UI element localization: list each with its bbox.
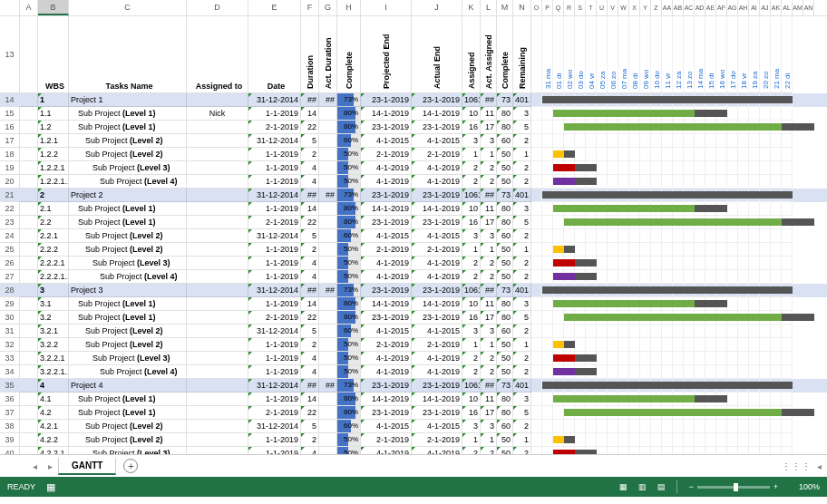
cell-31-N[interactable]: 2 <box>513 325 531 338</box>
row-header-39[interactable]: 39 <box>0 433 20 447</box>
cell-32-M[interactable]: 50 <box>497 338 513 352</box>
cell-38-H[interactable]: 60% <box>337 420 361 433</box>
tab-nav-prev-icon[interactable]: ◂ <box>27 461 43 471</box>
row-header-25[interactable]: 25 <box>0 243 20 257</box>
column-header-V[interactable]: V <box>608 0 618 15</box>
cell-16-L[interactable]: 17 <box>481 121 497 134</box>
cell-30-K[interactable]: 16 <box>462 311 481 325</box>
select-all-cell[interactable] <box>0 0 20 15</box>
cell-18-E[interactable]: 1-1-2019 <box>248 148 301 161</box>
cell-21-C[interactable]: Project 2 <box>69 189 187 202</box>
cell-17-L[interactable]: 3 <box>481 134 497 148</box>
cell-22-D[interactable] <box>187 202 248 216</box>
cell-15-J[interactable]: 14-1-2019 <box>412 107 462 121</box>
cell-34-J[interactable]: 4-1-2019 <box>412 365 462 379</box>
header-act-duration[interactable]: Act. Duration <box>319 16 337 93</box>
cell-19-G[interactable] <box>319 161 337 175</box>
cell-27-H[interactable]: 50% <box>337 270 361 284</box>
header-duration[interactable]: Duration <box>301 16 319 93</box>
cell-20-L[interactable]: 2 <box>481 175 497 189</box>
column-header-C[interactable]: C <box>69 0 187 15</box>
cell-33-G[interactable] <box>319 352 337 365</box>
row-header-16[interactable]: 16 <box>0 121 20 134</box>
cell-16-K[interactable]: 16 <box>462 121 481 134</box>
cell-15-M[interactable]: 80 <box>497 107 513 121</box>
cell-27-L[interactable]: 2 <box>481 270 497 284</box>
cell-26-H[interactable]: 50% <box>337 257 361 270</box>
cell-30-A[interactable] <box>20 311 38 325</box>
row-header-14[interactable]: 14 <box>0 93 20 107</box>
row-header-22[interactable]: 22 <box>0 202 20 216</box>
cell-21-E[interactable]: 31-12-2014 <box>248 189 301 202</box>
cell-15-B[interactable]: 1.1 <box>38 107 69 121</box>
cell-25-L[interactable]: 1 <box>481 243 497 257</box>
cell-33-F[interactable]: 4 <box>301 352 319 365</box>
cell-20-J[interactable]: 4-1-2019 <box>412 175 462 189</box>
cell-29-L[interactable]: 11 <box>481 297 497 311</box>
gantt-header-day-5[interactable]: 04 vr <box>586 16 597 93</box>
cell-39-K[interactable]: 1 <box>462 433 481 447</box>
header-date[interactable]: Date <box>248 16 301 93</box>
cell-38-L[interactable]: 3 <box>481 420 497 433</box>
column-header-AJ[interactable]: AJ <box>760 0 771 15</box>
macro-record-icon[interactable]: ▦ <box>46 481 55 493</box>
cell-26-B[interactable]: 2.2.2.1 <box>38 257 69 270</box>
cell-35-B[interactable]: 4 <box>38 379 69 393</box>
cell-38-N[interactable]: 2 <box>513 420 531 433</box>
cell-15-K[interactable]: 10 <box>462 107 481 121</box>
cell-14-C[interactable]: Project 1 <box>69 93 187 107</box>
cell-35-L[interactable]: ## <box>481 379 497 393</box>
cell-39-H[interactable]: 50% <box>337 433 361 447</box>
gantt-bar[interactable] <box>542 286 793 294</box>
cell-16-N[interactable]: 5 <box>513 121 531 134</box>
cell-27-M[interactable]: 50 <box>497 270 513 284</box>
cell-29-K[interactable]: 10 <box>462 297 481 311</box>
cell-28-B[interactable]: 3 <box>38 284 69 297</box>
cell-36-B[interactable]: 4.1 <box>38 393 69 406</box>
column-header-F[interactable]: F <box>301 0 319 15</box>
gantt-header-day-3[interactable]: 02 wo <box>564 16 575 93</box>
column-header-D[interactable]: D <box>187 0 248 15</box>
cell-22-I[interactable]: 14-1-2019 <box>361 202 412 216</box>
gantt-header-day-22[interactable]: 21 ma <box>771 16 782 93</box>
gantt-bar[interactable] <box>553 246 564 253</box>
cell-38-J[interactable]: 4-1-2015 <box>412 420 462 433</box>
cell-38-I[interactable]: 4-1-2015 <box>361 420 412 433</box>
spreadsheet-grid[interactable]: 13WBSTasks NameAssigned toDateDurationAc… <box>0 16 827 454</box>
gantt-header-day-18[interactable]: 17 do <box>727 16 738 93</box>
cell-30-E[interactable]: 2-1-2019 <box>248 311 301 325</box>
cell-26-M[interactable]: 50 <box>497 257 513 270</box>
cell-25-D[interactable] <box>187 243 248 257</box>
cell-29-A[interactable] <box>20 297 38 311</box>
cell-30-G[interactable] <box>319 311 337 325</box>
cell-36-I[interactable]: 14-1-2019 <box>361 393 412 406</box>
cell-24-L[interactable]: 3 <box>481 229 497 243</box>
gantt-header-day-12[interactable]: 11 vr <box>662 16 673 93</box>
cell-21-G[interactable]: ## <box>319 189 337 202</box>
cell-39-J[interactable]: 2-1-2019 <box>412 433 462 447</box>
cell-16-F[interactable]: 22 <box>301 121 319 134</box>
cell-31-K[interactable]: 3 <box>462 325 481 338</box>
cell-28-M[interactable]: 73 <box>497 284 513 297</box>
column-header-O[interactable]: O <box>531 0 542 15</box>
cell-18-K[interactable]: 1 <box>462 148 481 161</box>
cell-33-K[interactable]: 2 <box>462 352 481 365</box>
cell-39-I[interactable]: 2-1-2019 <box>361 433 412 447</box>
cell-22-G[interactable] <box>319 202 337 216</box>
cell-34-A[interactable] <box>20 365 38 379</box>
cell-29-B[interactable]: 3.1 <box>38 297 69 311</box>
cell-40-N[interactable]: 2 <box>513 447 531 454</box>
cell-14-N[interactable]: 401 <box>513 93 531 107</box>
cell-21-F[interactable]: ## <box>301 189 319 202</box>
cell-37-F[interactable]: 22 <box>301 406 319 420</box>
column-header-M[interactable]: M <box>497 0 513 15</box>
cell-37-I[interactable]: 23-1-2019 <box>361 406 412 420</box>
cell-36-J[interactable]: 14-1-2019 <box>412 393 462 406</box>
cell-17-K[interactable]: 3 <box>462 134 481 148</box>
cell-40-F[interactable]: 4 <box>301 447 319 454</box>
cell-15-G[interactable] <box>319 107 337 121</box>
cell-21-A[interactable] <box>20 189 38 202</box>
cell-40-J[interactable]: 4-1-2019 <box>412 447 462 454</box>
cell-14-I[interactable]: 23-1-2019 <box>361 93 412 107</box>
cell-34-E[interactable]: 1-1-2019 <box>248 365 301 379</box>
